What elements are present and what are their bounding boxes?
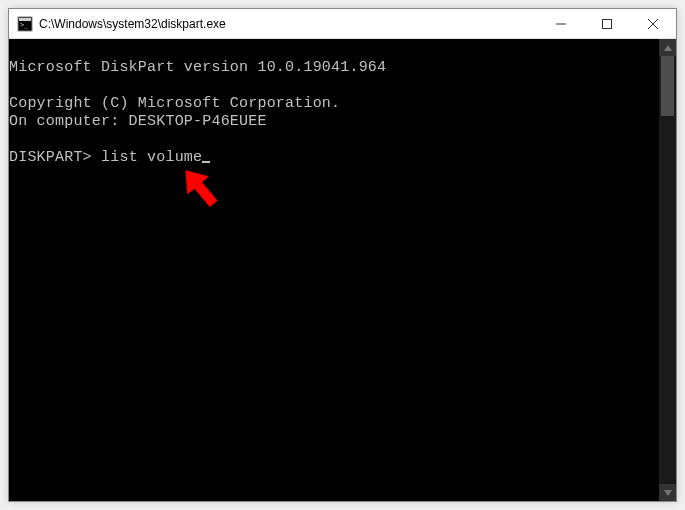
window-controls xyxy=(538,9,676,38)
console-line: Microsoft DiskPart version 10.0.19041.96… xyxy=(9,59,659,77)
scroll-thumb[interactable] xyxy=(661,56,674,116)
prompt-line[interactable]: DISKPART> list volume xyxy=(9,149,659,167)
vertical-scrollbar[interactable] xyxy=(659,39,676,501)
console-line xyxy=(9,131,659,149)
console-line: Copyright (C) Microsoft Corporation. xyxy=(9,95,659,113)
diskpart-window: >_ C:\Windows\system32\diskpart.exe Micr… xyxy=(9,9,676,501)
prompt-text: DISKPART> xyxy=(9,149,92,166)
console-line xyxy=(9,41,659,59)
svg-marker-8 xyxy=(664,490,672,496)
console-output[interactable]: Microsoft DiskPart version 10.0.19041.96… xyxy=(9,39,659,501)
minimize-button[interactable] xyxy=(538,9,584,38)
cursor xyxy=(202,161,210,163)
titlebar[interactable]: >_ C:\Windows\system32\diskpart.exe xyxy=(9,9,676,39)
app-icon: >_ xyxy=(17,16,33,32)
scroll-track[interactable] xyxy=(659,56,676,484)
window-title: C:\Windows\system32\diskpart.exe xyxy=(39,17,538,31)
maximize-button[interactable] xyxy=(584,9,630,38)
svg-text:>_: >_ xyxy=(20,21,29,29)
close-button[interactable] xyxy=(630,9,676,38)
console-line xyxy=(9,77,659,95)
console-line: On computer: DESKTOP-P46EUEE xyxy=(9,113,659,131)
command-text: list volume xyxy=(101,149,202,166)
client-area: Microsoft DiskPart version 10.0.19041.96… xyxy=(9,39,676,501)
scroll-up-arrow-icon[interactable] xyxy=(659,39,676,56)
svg-marker-7 xyxy=(664,45,672,51)
scroll-down-arrow-icon[interactable] xyxy=(659,484,676,501)
svg-rect-4 xyxy=(603,19,612,28)
